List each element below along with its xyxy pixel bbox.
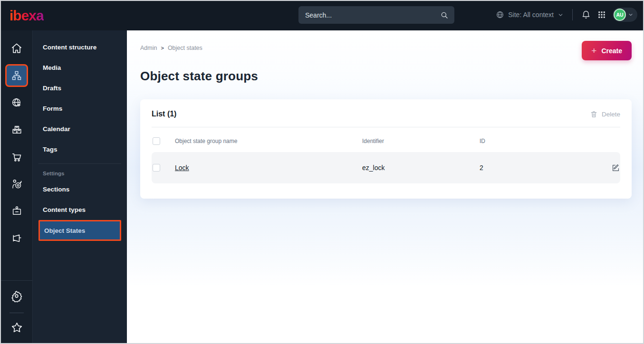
app-window: ibexa Site: All context xyxy=(0,0,644,344)
corporate-badge-icon xyxy=(11,205,23,217)
delete-button[interactable]: Delete xyxy=(590,110,620,118)
bookmarks-star-icon xyxy=(10,321,23,334)
create-button[interactable]: + Create xyxy=(582,41,632,60)
top-bar: ibexa Site: All context xyxy=(1,1,643,30)
row-identifier: ez_lock xyxy=(362,164,480,172)
trash-icon xyxy=(590,110,598,118)
chevron-down-icon xyxy=(557,12,564,18)
sidebar-item-calendar[interactable]: Calendar xyxy=(38,119,121,139)
search-input[interactable] xyxy=(305,11,440,19)
page-title: Object state groups xyxy=(140,69,632,84)
sidebar-item-media[interactable]: Media xyxy=(38,57,121,78)
sidebar-divider xyxy=(38,163,121,164)
topbar-right-cluster: Site: All context AU xyxy=(496,0,637,29)
rail-divider xyxy=(10,313,24,313)
rail-item-marketing[interactable] xyxy=(5,227,28,249)
notifications-bell-icon[interactable] xyxy=(581,10,591,19)
sidebar-item-forms[interactable]: Forms xyxy=(38,98,121,119)
cart-icon xyxy=(11,151,23,163)
products-boxes-icon xyxy=(11,124,23,136)
topbar-divider xyxy=(572,9,573,20)
sidebar-item-object-states[interactable]: Object States xyxy=(38,220,121,241)
avatar: AU xyxy=(614,9,626,21)
breadcrumb: Admin > Object states xyxy=(140,45,202,51)
object-state-group-link[interactable]: Lock xyxy=(175,164,189,172)
content-sidebar: Content structure Media Drafts Forms Cal… xyxy=(32,30,127,343)
ibexa-logo[interactable]: ibexa xyxy=(10,8,44,24)
rail-item-products[interactable] xyxy=(5,118,28,141)
sidebar-settings-label: Settings xyxy=(33,167,127,179)
chevron-down-icon xyxy=(628,12,634,18)
table-row: Lock ez_lock 2 xyxy=(152,152,620,183)
rail-item-dashboard[interactable] xyxy=(5,37,28,60)
settings-gear-icon xyxy=(10,290,23,302)
home-icon xyxy=(10,42,23,55)
rail-item-commerce[interactable] xyxy=(5,145,28,168)
rail-divider xyxy=(1,280,32,281)
rail-item-content[interactable] xyxy=(5,64,28,87)
column-header-id: ID xyxy=(480,138,601,144)
breadcrumb-admin-link[interactable]: Admin xyxy=(140,45,157,51)
edit-button[interactable] xyxy=(601,163,620,172)
row-checkbox[interactable] xyxy=(153,164,160,172)
sidebar-item-tags[interactable]: Tags xyxy=(38,139,121,160)
edit-icon xyxy=(611,163,620,172)
globe-icon xyxy=(496,10,504,19)
global-search[interactable] xyxy=(298,6,454,24)
rail-item-site[interactable] xyxy=(5,91,28,114)
rail-item-corporate[interactable] xyxy=(5,200,28,222)
marketing-megaphone-icon xyxy=(11,232,23,244)
breadcrumb-separator: > xyxy=(161,45,163,51)
plus-icon: + xyxy=(591,46,596,55)
list-count-title: List (1) xyxy=(152,110,176,118)
app-grid-icon[interactable] xyxy=(597,10,606,19)
rail-item-admin-settings[interactable] xyxy=(5,285,28,307)
site-globe-cursor-icon xyxy=(11,97,23,109)
rail-item-bookmarks[interactable] xyxy=(5,316,28,339)
main-menu-rail xyxy=(1,30,32,343)
create-button-label: Create xyxy=(601,47,622,55)
search-icon[interactable] xyxy=(440,11,449,19)
site-context-label: Site: All context xyxy=(508,11,554,19)
content-structure-icon xyxy=(11,70,22,81)
customers-target-icon xyxy=(11,178,23,190)
row-id: 2 xyxy=(480,164,601,172)
breadcrumb-current: Object states xyxy=(168,45,202,51)
panel-divider xyxy=(152,127,620,127)
site-context-selector[interactable]: Site: All context xyxy=(496,10,564,19)
main-content: Admin > Object states + Create Object st… xyxy=(127,30,643,343)
select-all-checkbox[interactable] xyxy=(153,137,160,145)
column-header-identifier: Identifier xyxy=(362,138,480,144)
rail-item-customers[interactable] xyxy=(5,172,28,195)
delete-button-label: Delete xyxy=(602,111,620,118)
user-menu[interactable]: AU xyxy=(613,8,637,22)
sidebar-item-sections[interactable]: Sections xyxy=(38,179,121,200)
column-header-name: Object state group name xyxy=(169,138,362,144)
sidebar-item-content-structure[interactable]: Content structure xyxy=(38,37,121,57)
sidebar-item-drafts[interactable]: Drafts xyxy=(38,78,121,98)
sidebar-item-content-types[interactable]: Content types xyxy=(38,200,121,220)
table-header-row: Object state group name Identifier ID xyxy=(152,132,620,150)
object-state-groups-panel: List (1) Delete Object state group name … xyxy=(140,99,632,199)
